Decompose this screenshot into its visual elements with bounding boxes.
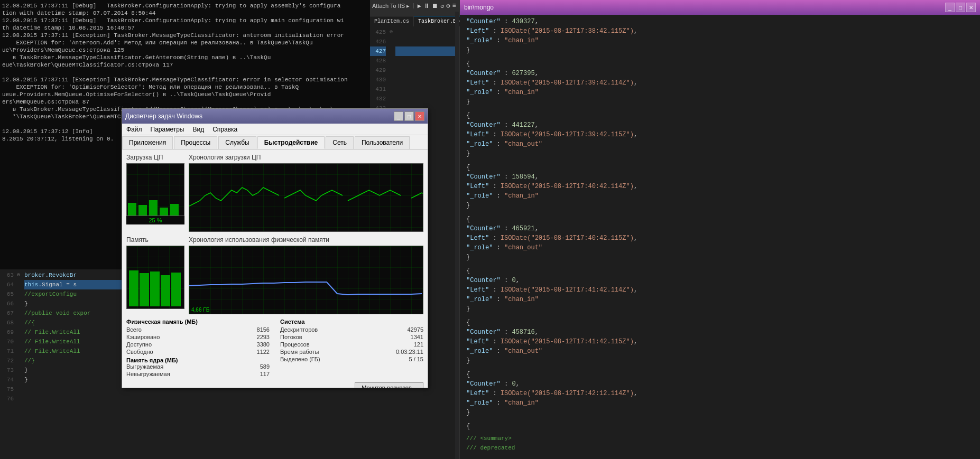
window-buttons: _ □ ✕ (394, 111, 424, 121)
mongo-content: "Counter" : 430327, "Left" : ISODate("20… (460, 15, 980, 443)
tab-applications[interactable]: Приложения (122, 136, 173, 149)
mongo-brace-open-8: { (466, 421, 974, 431)
mongo-record-7: "Counter" : 458716, "Left" : ISODate("20… (466, 327, 974, 366)
mongo-record-2: "Counter" : 627395, "Left" : ISODate("20… (466, 69, 974, 107)
stat-cache-label: Кэшировано (126, 334, 160, 340)
cpu-wave-1 (189, 188, 279, 206)
mongo-brace-open-5: { (466, 266, 974, 276)
mongo-brace-open-3: { (466, 163, 974, 172)
cpu-history-svg (189, 164, 423, 231)
mongo-record-1: "Counter" : 430327, "Left" : ISODate("20… (466, 17, 974, 55)
collapse-icons: ⊖ (17, 269, 24, 459)
mongo-close[interactable]: ✕ (966, 3, 976, 12)
cpu-bar-5 (170, 204, 179, 216)
mem-bar-4 (161, 275, 170, 306)
stat-paged-value: 589 (260, 363, 270, 370)
toolbar-icon-1[interactable]: ▶ (418, 2, 421, 10)
top-bar-text: Attach To IIS ▸ (372, 3, 410, 10)
tab-network[interactable]: Сеть (326, 136, 354, 149)
stat-uptime-value: 0:03:23:11 (396, 349, 423, 355)
mongo-title-bar: bin\mongo _ □ ✕ (460, 0, 980, 15)
mongo-win-buttons: _ □ ✕ (945, 3, 976, 12)
mem-bar-5 (171, 273, 181, 306)
phys-mem-title: Физическая память (МБ) (126, 319, 270, 325)
menu-params[interactable]: Параметры (146, 125, 189, 134)
toolbar-sep: | (412, 3, 415, 9)
cpu-history-section: Хронология загрузки ЦП (189, 154, 423, 232)
cpu-history-title: Хронология загрузки ЦП (189, 154, 423, 161)
stat-nonpaged-value: 117 (260, 371, 270, 377)
mongo-brace-open-2: { (466, 111, 974, 120)
mongo-brace-open-6: { (466, 318, 974, 327)
scroll-indicator[interactable] (455, 26, 459, 459)
stat-commit-label: Выделено (ГБ) (280, 356, 320, 362)
deprecated-line: /// deprecated (466, 443, 974, 453)
line-numbers-left: 6364656667686970717273747576 (0, 269, 17, 459)
menu-help[interactable]: Справка (208, 125, 242, 134)
system-col: Система Дескрипторов42975 Потоков1341 Пр… (280, 319, 423, 378)
mongo-record-6: "Counter" : 0, "Left" : ISODate("2015-08… (466, 276, 974, 314)
task-manager-title-bar: Диспетчер задач Windows _ □ ✕ (122, 109, 428, 124)
stat-cache-value: 2293 (257, 334, 270, 340)
stat-processes-label: Процессов (280, 341, 310, 348)
toolbar-icon-5[interactable]: ⚙ (446, 2, 450, 10)
tab-performance[interactable]: Быстродействие (257, 136, 325, 149)
cpu-history-graph (189, 163, 423, 232)
task-manager-content: Загрузка ЦП 25 % Хронология загрузки ЦП (122, 149, 428, 388)
memory-history-section: Хронология использования физической памя… (189, 236, 423, 314)
tab-services[interactable]: Службы (218, 136, 256, 149)
mongo-record-8: "Counter" : 0, "Left" : ISODate("2015-08… (466, 379, 974, 417)
cpu-bar-1 (128, 203, 136, 216)
system-title: Система (280, 319, 423, 325)
memory-history-graph: 4,66 ГБ (189, 246, 423, 314)
menu-bar: Файл Параметры Вид Справка (122, 124, 428, 135)
mongo-record-5: "Counter" : 465921, "Left" : ISODate("20… (466, 224, 974, 262)
menu-file[interactable]: Файл (122, 125, 146, 134)
monitor-button-area: Монитор ресурсов... (126, 382, 423, 388)
cpu-wave-2 (284, 190, 343, 201)
task-manager-tabs: Приложения Процессы Службы Быстродействи… (122, 135, 428, 149)
stat-avail-label: Доступно (126, 341, 152, 348)
tab-users[interactable]: Пользователи (355, 136, 410, 149)
mongo-record-3: "Counter" : 441227, "Left" : ISODate("20… (466, 120, 974, 158)
stat-handles-value: 42975 (407, 326, 423, 333)
task-manager-title: Диспетчер задач Windows (125, 113, 202, 120)
cpu-section: Загрузка ЦП 25 % (126, 154, 184, 224)
memory-bar-box (126, 246, 184, 309)
menu-view[interactable]: Вид (188, 125, 208, 134)
mongo-maximize[interactable]: □ (956, 3, 965, 12)
mongo-record-4: "Counter" : 158594, "Left" : ISODate("20… (466, 172, 974, 210)
mongo-title: bin\mongo (464, 4, 494, 11)
toolbar-icon-4[interactable]: ↺ (440, 2, 444, 10)
toolbar-icon-2[interactable]: ⏸ (423, 2, 430, 10)
mem-size-label: 4,66 ГБ (191, 307, 209, 313)
minimize-button[interactable]: _ (394, 111, 403, 121)
stat-threads-value: 1341 (411, 334, 423, 340)
cpu-percentage: 25 % (126, 216, 184, 224)
tab-processes[interactable]: Процессы (174, 136, 217, 149)
mongo-brace-open-4: { (466, 214, 974, 224)
monitor-resources-button[interactable]: Монитор ресурсов... (355, 382, 423, 388)
cpu-usage-box (126, 163, 184, 216)
stat-threads-label: Потоков (280, 334, 302, 340)
stat-handles-label: Дескрипторов (280, 326, 318, 333)
mongo-minimize[interactable]: _ (945, 3, 955, 12)
phys-mem-col: Физическая память (МБ) Всего8156 Кэширов… (126, 319, 270, 378)
summary-line: /// <summary> (466, 434, 974, 443)
cpu-bar-4 (160, 208, 168, 216)
cpu-bar-3 (149, 200, 158, 216)
stat-all-label: Всего (126, 326, 142, 333)
toolbar-icon-6[interactable]: ≡ (452, 2, 456, 10)
mem-wave (189, 282, 422, 295)
tab-planitem[interactable]: PlanItem.cs (370, 16, 414, 26)
memory-history-title: Хронология использования физической памя… (189, 236, 423, 243)
stat-nonpaged-label: Невыгружаемая (126, 371, 170, 377)
task-manager-window[interactable]: Диспетчер задач Windows _ □ ✕ Файл Парам… (122, 108, 428, 388)
stat-avail-value: 3380 (257, 341, 270, 348)
toolbar-icon-3[interactable]: ⏹ (432, 2, 438, 10)
mem-bar-3 (150, 271, 160, 306)
close-button[interactable]: ✕ (415, 111, 424, 121)
maximize-button[interactable]: □ (404, 111, 414, 121)
stat-all-value: 8156 (257, 326, 270, 333)
stat-commit-value: 5 / 15 (409, 356, 423, 362)
